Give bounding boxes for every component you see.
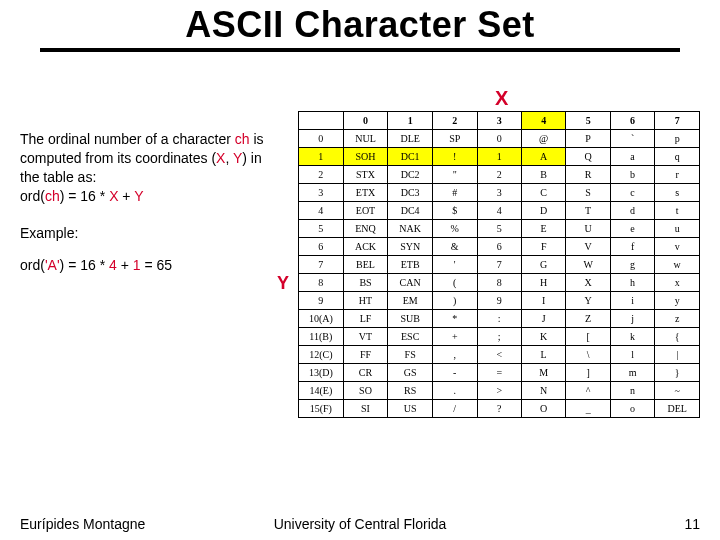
cell: D bbox=[521, 202, 565, 220]
cell: u bbox=[655, 220, 700, 238]
cell: NUL bbox=[343, 130, 388, 148]
axis-y-label: Y bbox=[277, 273, 289, 294]
table-row: 15(F)SIUS/?O_oDEL bbox=[299, 400, 700, 418]
cell: o bbox=[610, 400, 654, 418]
example-label: Example: bbox=[20, 224, 270, 243]
cell: = bbox=[477, 364, 521, 382]
col-header: 3 bbox=[477, 112, 521, 130]
cell: * bbox=[433, 310, 478, 328]
cell: k bbox=[610, 328, 654, 346]
cell: - bbox=[433, 364, 478, 382]
cell: DLE bbox=[388, 130, 433, 148]
cell: F bbox=[521, 238, 565, 256]
col-header: 4 bbox=[521, 112, 565, 130]
cell: 5 bbox=[477, 220, 521, 238]
cell: VT bbox=[343, 328, 388, 346]
cell: : bbox=[477, 310, 521, 328]
cell: 6 bbox=[477, 238, 521, 256]
footer: Eurípides Montagne University of Central… bbox=[20, 516, 700, 532]
cell: P bbox=[566, 130, 610, 148]
cell: CAN bbox=[388, 274, 433, 292]
cell: ( bbox=[433, 274, 478, 292]
cell: 9 bbox=[477, 292, 521, 310]
cell: ) bbox=[433, 292, 478, 310]
cell: FS bbox=[388, 346, 433, 364]
cell: DC2 bbox=[388, 166, 433, 184]
cell: ENQ bbox=[343, 220, 388, 238]
cell: , bbox=[433, 346, 478, 364]
cell: & bbox=[433, 238, 478, 256]
row-header: 3 bbox=[299, 184, 344, 202]
cell: n bbox=[610, 382, 654, 400]
cell: y bbox=[655, 292, 700, 310]
cell: w bbox=[655, 256, 700, 274]
cell: t bbox=[655, 202, 700, 220]
col-header: 0 bbox=[343, 112, 388, 130]
cell: . bbox=[433, 382, 478, 400]
cell: 7 bbox=[477, 256, 521, 274]
cell: v bbox=[655, 238, 700, 256]
table-row: 2STXDC2"2BRbr bbox=[299, 166, 700, 184]
cell: a bbox=[610, 148, 654, 166]
cell: / bbox=[433, 400, 478, 418]
cell: % bbox=[433, 220, 478, 238]
cell: J bbox=[521, 310, 565, 328]
cell: NAK bbox=[388, 220, 433, 238]
cell: DC3 bbox=[388, 184, 433, 202]
cell: 3 bbox=[477, 184, 521, 202]
cell: SOH bbox=[343, 148, 388, 166]
cell: Z bbox=[566, 310, 610, 328]
cell: G bbox=[521, 256, 565, 274]
table-row: 9HTEM)9IYiy bbox=[299, 292, 700, 310]
table-row: 10(A)LFSUB*:JZjz bbox=[299, 310, 700, 328]
table-row: 7BELETB'7GWgw bbox=[299, 256, 700, 274]
cell: ACK bbox=[343, 238, 388, 256]
cell: E bbox=[521, 220, 565, 238]
row-header: 11(B) bbox=[299, 328, 344, 346]
cell: \ bbox=[566, 346, 610, 364]
cell: SO bbox=[343, 382, 388, 400]
cell: T bbox=[566, 202, 610, 220]
row-header: 6 bbox=[299, 238, 344, 256]
table-row: 1SOHDC1!1AQaq bbox=[299, 148, 700, 166]
cell: I bbox=[521, 292, 565, 310]
cell: EOT bbox=[343, 202, 388, 220]
row-header: 15(F) bbox=[299, 400, 344, 418]
cell: U bbox=[566, 220, 610, 238]
cell: } bbox=[655, 364, 700, 382]
cell: j bbox=[610, 310, 654, 328]
row-header: 8 bbox=[299, 274, 344, 292]
cell: ! bbox=[433, 148, 478, 166]
cell: ETB bbox=[388, 256, 433, 274]
cell: K bbox=[521, 328, 565, 346]
cell: Q bbox=[566, 148, 610, 166]
cell: DC4 bbox=[388, 202, 433, 220]
cell: p bbox=[655, 130, 700, 148]
cell: 2 bbox=[477, 166, 521, 184]
cell: M bbox=[521, 364, 565, 382]
cell: { bbox=[655, 328, 700, 346]
cell: CR bbox=[343, 364, 388, 382]
table-row: 4EOTDC4$4DTdt bbox=[299, 202, 700, 220]
row-header: 10(A) bbox=[299, 310, 344, 328]
cell: ; bbox=[477, 328, 521, 346]
cell: q bbox=[655, 148, 700, 166]
cell: ~ bbox=[655, 382, 700, 400]
cell: m bbox=[610, 364, 654, 382]
footer-org: University of Central Florida bbox=[20, 516, 700, 532]
cell: [ bbox=[566, 328, 610, 346]
cell: s bbox=[655, 184, 700, 202]
table-row: 8BSCAN(8HXhx bbox=[299, 274, 700, 292]
cell: _ bbox=[566, 400, 610, 418]
cell: h bbox=[610, 274, 654, 292]
row-header: 7 bbox=[299, 256, 344, 274]
cell: STX bbox=[343, 166, 388, 184]
cell: ESC bbox=[388, 328, 433, 346]
cell: b bbox=[610, 166, 654, 184]
cell: SUB bbox=[388, 310, 433, 328]
cell: W bbox=[566, 256, 610, 274]
content-area: X Y The ordinal number of a character ch… bbox=[20, 95, 700, 490]
explain-paragraph: The ordinal number of a character ch is … bbox=[20, 130, 270, 187]
row-header: 4 bbox=[299, 202, 344, 220]
cell: 4 bbox=[477, 202, 521, 220]
